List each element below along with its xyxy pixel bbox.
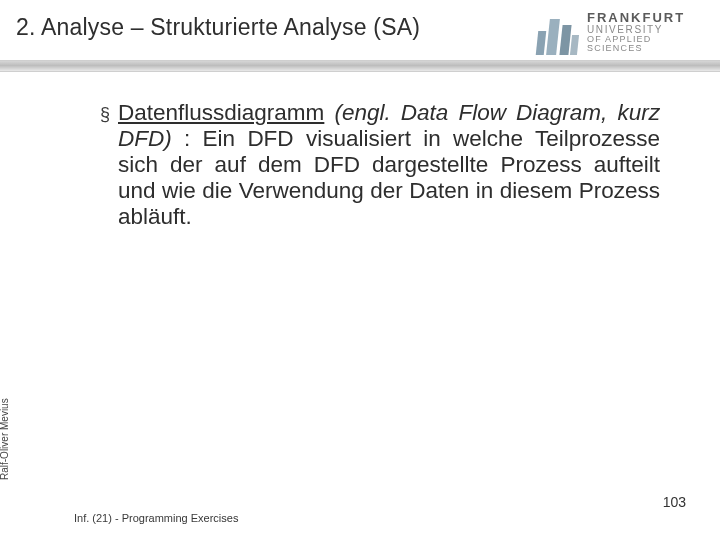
term-definition: : Ein DFD visualisiert in welche Teilpro… [118, 126, 660, 229]
logo-line3: OF APPLIED SCIENCES [587, 35, 710, 53]
page-title: 2. Analyse – Strukturierte Analyse (SA) [16, 14, 535, 41]
bullet-content: Datenflussdiagramm (engl. Data Flow Diag… [118, 100, 660, 230]
page-number: 103 [663, 494, 686, 510]
logo-line1: FRANKFURT [587, 11, 710, 24]
body-text: § Datenflussdiagramm (engl. Data Flow Di… [100, 100, 660, 230]
logo-text: FRANKFURT UNIVERSITY OF APPLIED SCIENCES [587, 11, 710, 54]
footer-text: Inf. (21) - Programming Exercises [74, 512, 238, 524]
author-sidebar: Ralf-Oliver Mevius [0, 398, 10, 480]
bullet-item: § Datenflussdiagramm (engl. Data Flow Di… [100, 100, 660, 230]
university-logo: FRANKFURT UNIVERSITY OF APPLIED SCIENCES [535, 2, 710, 62]
header-divider [0, 60, 720, 72]
slide: 2. Analyse – Strukturierte Analyse (SA) … [0, 0, 720, 540]
bullet-marker: § [100, 100, 118, 128]
term-underlined: Datenflussdiagramm [118, 100, 324, 125]
logo-buildings-icon [535, 9, 581, 55]
title-bar: 2. Analyse – Strukturierte Analyse (SA) [16, 14, 535, 41]
